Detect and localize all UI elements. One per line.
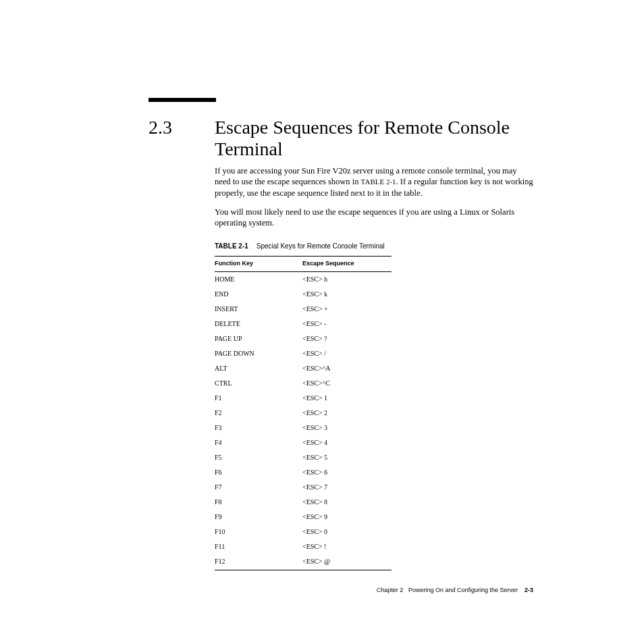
table-row: F12<ESC> @ xyxy=(215,554,392,570)
cell-function-key: HOME xyxy=(215,271,302,287)
footer-title: Powering On and Configuring the Server xyxy=(408,587,518,593)
cell-escape-sequence: <ESC> 9 xyxy=(302,510,392,525)
cell-escape-sequence: <ESC> / xyxy=(302,346,392,361)
cell-function-key: F12 xyxy=(215,554,302,570)
cell-escape-sequence: <ESC> 2 xyxy=(302,406,392,421)
cell-function-key: DELETE xyxy=(215,317,302,331)
cell-function-key: F4 xyxy=(215,435,302,450)
cell-escape-sequence: <ESC> 1 xyxy=(302,391,392,406)
cell-function-key: F11 xyxy=(215,539,302,554)
table-row: HOME<ESC> h xyxy=(215,271,392,287)
table-row: F10<ESC> 0 xyxy=(215,525,392,539)
table-caption: TABLE 2-1Special Keys for Remote Console… xyxy=(215,242,533,250)
cell-function-key: ALT xyxy=(215,361,302,376)
cell-escape-sequence: <ESC> 4 xyxy=(302,435,392,450)
table-label: TABLE 2-1 xyxy=(215,242,248,250)
table-caption-text: Special Keys for Remote Console Terminal xyxy=(257,242,385,250)
paragraph-1: If you are accessing your Sun Fire V20z … xyxy=(215,165,533,198)
section-title: Escape Sequences for Remote Console Term… xyxy=(215,117,543,160)
table-row: PAGE UP<ESC> ? xyxy=(215,331,392,346)
body-content: If you are accessing your Sun Fire V20z … xyxy=(215,165,533,570)
cell-escape-sequence: <ESC> ! xyxy=(302,539,392,554)
cell-function-key: PAGE DOWN xyxy=(215,346,302,361)
page: 2.3 Escape Sequences for Remote Console … xyxy=(0,0,644,644)
table-row: F6<ESC> 6 xyxy=(215,465,392,480)
cell-escape-sequence: <ESC> 3 xyxy=(302,421,392,435)
cell-function-key: PAGE UP xyxy=(215,331,302,346)
cell-escape-sequence: <ESC> + xyxy=(302,302,392,317)
cell-function-key: F9 xyxy=(215,510,302,525)
cell-function-key: F2 xyxy=(215,406,302,421)
table-row: END<ESC> k xyxy=(215,287,392,302)
table-row: F4<ESC> 4 xyxy=(215,435,392,450)
cell-escape-sequence: <ESC> @ xyxy=(302,554,392,570)
table-row: PAGE DOWN<ESC> / xyxy=(215,346,392,361)
table-header-seq: Escape Sequence xyxy=(302,257,392,272)
table-row: F3<ESC> 3 xyxy=(215,421,392,435)
cell-escape-sequence: <ESC> h xyxy=(302,271,392,287)
cell-escape-sequence: <ESC>^A xyxy=(302,361,392,376)
cell-escape-sequence: <ESC> ? xyxy=(302,331,392,346)
page-footer: Chapter 2 Powering On and Configuring th… xyxy=(0,587,644,593)
cell-escape-sequence: <ESC> 8 xyxy=(302,495,392,510)
table-row: F9<ESC> 9 xyxy=(215,510,392,525)
cell-escape-sequence: <ESC> 6 xyxy=(302,465,392,480)
section-rule xyxy=(149,98,216,102)
cell-function-key: F7 xyxy=(215,480,302,495)
table-ref-inline: TABLE 2-1 xyxy=(361,178,396,186)
cell-function-key: CTRL xyxy=(215,376,302,391)
cell-escape-sequence: <ESC> 7 xyxy=(302,480,392,495)
table-row: INSERT<ESC> + xyxy=(215,302,392,317)
cell-function-key: END xyxy=(215,287,302,302)
escape-sequence-table: Function Key Escape Sequence HOME<ESC> h… xyxy=(215,256,392,570)
cell-escape-sequence: <ESC>^C xyxy=(302,376,392,391)
cell-function-key: F10 xyxy=(215,525,302,539)
table-row: CTRL<ESC>^C xyxy=(215,376,392,391)
table-row: F7<ESC> 7 xyxy=(215,480,392,495)
table-header-row: Function Key Escape Sequence xyxy=(215,257,392,272)
table-row: ALT<ESC>^A xyxy=(215,361,392,376)
footer-page-number: 2-3 xyxy=(525,587,533,593)
table-row: DELETE<ESC> - xyxy=(215,317,392,331)
cell-function-key: F3 xyxy=(215,421,302,435)
paragraph-2: You will most likely need to use the esc… xyxy=(215,207,533,229)
table-row: F5<ESC> 5 xyxy=(215,450,392,465)
table-row: F1<ESC> 1 xyxy=(215,391,392,406)
table-row: F11<ESC> ! xyxy=(215,539,392,554)
cell-escape-sequence: <ESC> - xyxy=(302,317,392,331)
table-header-key: Function Key xyxy=(215,257,302,272)
cell-function-key: F1 xyxy=(215,391,302,406)
section-number: 2.3 xyxy=(149,117,172,138)
footer-chapter: Chapter 2 xyxy=(377,587,404,593)
table-row: F2<ESC> 2 xyxy=(215,406,392,421)
cell-escape-sequence: <ESC> 0 xyxy=(302,525,392,539)
cell-escape-sequence: <ESC> 5 xyxy=(302,450,392,465)
cell-escape-sequence: <ESC> k xyxy=(302,287,392,302)
cell-function-key: INSERT xyxy=(215,302,302,317)
table-row: F8<ESC> 8 xyxy=(215,495,392,510)
cell-function-key: F6 xyxy=(215,465,302,480)
cell-function-key: F5 xyxy=(215,450,302,465)
cell-function-key: F8 xyxy=(215,495,302,510)
